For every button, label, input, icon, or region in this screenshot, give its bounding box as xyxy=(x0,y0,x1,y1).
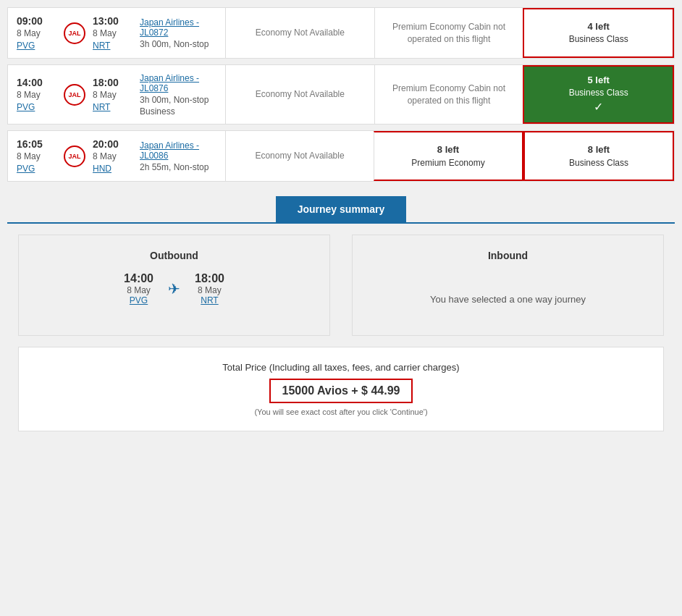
flight-name-2[interactable]: Japan Airlines - JL0876 xyxy=(140,73,216,93)
flight-row-content-1: 09:00 8 May PVG JAL 13:00 8 May NRT Japa… xyxy=(7,7,675,59)
flight-details-3: Japan Airlines - JL0086 2h 55m, Non-stop xyxy=(140,140,216,172)
cabin-label-1: Business Class xyxy=(569,33,628,46)
flight-row-1: 09:00 8 May PVG JAL 13:00 8 May NRT Japa… xyxy=(7,7,675,59)
arrive-time-1: 13:00 xyxy=(93,15,132,27)
cabin-premium-1: Premium Economy Cabin not operated on th… xyxy=(374,8,523,58)
seats-left-2: 5 left xyxy=(569,74,628,87)
outbound-depart-airport[interactable]: PVG xyxy=(124,295,153,305)
cabin-premium-2: Premium Economy Cabin not operated on th… xyxy=(374,65,523,124)
arrive-time-3: 20:00 xyxy=(93,138,132,150)
flight-details-2: Japan Airlines - JL0876 3h 00m, Non-stop… xyxy=(140,73,216,117)
inbound-panel: Inbound You have selected a one way jour… xyxy=(352,235,664,336)
price-value: 15000 Avios + $ 44.99 xyxy=(269,379,413,403)
price-label: Total Price (Including all taxes, fees, … xyxy=(33,362,649,373)
summary-panels: Outbound 14:00 8 May PVG ✈ 18:00 8 May N… xyxy=(7,224,675,347)
flight-info-2: 14:00 8 May PVG JAL 18:00 8 May NRT Japa… xyxy=(8,65,225,124)
cabin-label-3: Business Class xyxy=(569,157,628,169)
flight-row-content-3: 16:05 8 May PVG JAL 20:00 8 May HND Japa… xyxy=(7,130,675,182)
cabin-label-2: Business Class xyxy=(569,87,628,99)
flight-row-content-2: 14:00 8 May PVG JAL 18:00 8 May NRT Japa… xyxy=(7,64,675,125)
flight-times-arrive-2: 18:00 8 May NRT xyxy=(93,77,132,112)
cabin-business-2[interactable]: 5 left Business Class ✓ xyxy=(523,65,674,124)
airline-logo-3: JAL xyxy=(64,145,85,168)
flight-times-arrive-3: 20:00 8 May HND xyxy=(93,138,132,174)
flight-row-2: 14:00 8 May PVG JAL 18:00 8 May NRT Japa… xyxy=(7,64,675,125)
flight-row-3: 16:05 8 May PVG JAL 20:00 8 May HND Japa… xyxy=(7,130,675,182)
depart-airport-1[interactable]: PVG xyxy=(17,40,56,51)
depart-time-3: 16:05 xyxy=(17,138,56,150)
cabin-business-3[interactable]: 8 left Business Class xyxy=(523,131,674,181)
outbound-arrive-date: 8 May xyxy=(195,285,224,295)
price-note: (You will see exact cost after you click… xyxy=(33,408,649,416)
outbound-title: Outbound xyxy=(33,250,315,261)
outbound-depart-time: 14:00 xyxy=(124,272,153,285)
outbound-arrive-airport[interactable]: NRT xyxy=(195,295,224,305)
cabin-economy-3: Economy Not Available xyxy=(225,131,374,181)
cabin-options-2: Economy Not Available Premium Economy Ca… xyxy=(225,65,674,124)
selected-check-2: ✓ xyxy=(569,99,628,115)
flight-times-depart-1: 09:00 8 May PVG xyxy=(17,15,56,51)
seats-left-3: 8 left xyxy=(569,143,628,156)
depart-date-2: 8 May xyxy=(17,90,56,100)
arrive-date-3: 8 May xyxy=(93,151,132,161)
flight-times-arrive-1: 13:00 8 May NRT xyxy=(93,15,132,51)
jal-icon-3: JAL xyxy=(64,145,85,167)
depart-airport-2[interactable]: PVG xyxy=(17,101,56,112)
journey-summary-button[interactable]: Journey summary xyxy=(276,196,407,222)
outbound-depart: 14:00 8 May PVG xyxy=(124,272,153,305)
outbound-route: 14:00 8 May PVG ✈ 18:00 8 May NRT xyxy=(33,272,315,305)
price-section: Total Price (Including all taxes, fees, … xyxy=(18,347,664,431)
flight-duration-3: 2h 55m, Non-stop xyxy=(140,162,216,172)
depart-date-3: 8 May xyxy=(17,151,56,161)
flight-name-3[interactable]: Japan Airlines - JL0086 xyxy=(140,140,216,161)
journey-summary-section: Journey summary Outbound 14:00 8 May PVG… xyxy=(7,196,675,431)
journey-summary-tab: Journey summary xyxy=(7,196,675,222)
depart-time-1: 09:00 xyxy=(17,15,56,27)
flight-info-1: 09:00 8 May PVG JAL 13:00 8 May NRT Japa… xyxy=(8,8,225,58)
cabin-label-premium-3: Premium Economy xyxy=(411,157,484,169)
airline-logo-1: JAL xyxy=(64,22,85,45)
seats-left-1: 4 left xyxy=(569,20,628,33)
cabin-premium-3[interactable]: 8 left Premium Economy xyxy=(374,131,523,181)
seats-left-premium-3: 8 left xyxy=(411,143,484,156)
flight-times-depart-2: 14:00 8 May PVG xyxy=(17,77,56,112)
arrive-time-2: 18:00 xyxy=(93,77,132,88)
flight-info-3: 16:05 8 May PVG JAL 20:00 8 May HND Japa… xyxy=(8,131,225,181)
plane-icon: ✈ xyxy=(168,280,180,298)
cabin-business-1[interactable]: 4 left Business Class xyxy=(523,8,674,58)
arrive-date-2: 8 May xyxy=(93,90,132,100)
flight-duration-2: 3h 00m, Non-stop xyxy=(140,95,216,105)
outbound-arrive-time: 18:00 xyxy=(195,272,224,285)
cabin-options-1: Economy Not Available Premium Economy Ca… xyxy=(225,8,674,58)
arrive-airport-3[interactable]: HND xyxy=(93,163,132,174)
depart-airport-3[interactable]: PVG xyxy=(17,163,56,174)
arrive-airport-1[interactable]: NRT xyxy=(93,40,132,51)
arrive-date-1: 8 May xyxy=(93,28,132,38)
cabin-economy-2: Economy Not Available xyxy=(225,65,374,124)
flight-details-1: Japan Airlines - JL0872 3h 00m, Non-stop xyxy=(140,17,216,49)
jal-icon-1: JAL xyxy=(64,22,85,44)
cabin-economy-1: Economy Not Available xyxy=(225,8,374,58)
flight-name-1[interactable]: Japan Airlines - JL0872 xyxy=(140,17,216,38)
inbound-message: You have selected a one way journey xyxy=(367,272,649,305)
outbound-depart-date: 8 May xyxy=(124,285,153,295)
depart-time-2: 14:00 xyxy=(17,77,56,88)
outbound-arrive: 18:00 8 May NRT xyxy=(195,272,224,305)
flight-cabin-extra-2: Business xyxy=(140,106,216,117)
inbound-title: Inbound xyxy=(367,250,649,261)
depart-date-1: 8 May xyxy=(17,28,56,38)
outbound-panel: Outbound 14:00 8 May PVG ✈ 18:00 8 May N… xyxy=(18,235,330,336)
flight-duration-1: 3h 00m, Non-stop xyxy=(140,39,216,49)
arrive-airport-2[interactable]: NRT xyxy=(93,101,132,112)
main-container: 09:00 8 May PVG JAL 13:00 8 May NRT Japa… xyxy=(0,0,682,450)
flight-times-depart-3: 16:05 8 May PVG xyxy=(17,138,56,174)
jal-icon-2: JAL xyxy=(64,84,85,106)
airline-logo-2: JAL xyxy=(64,83,85,106)
cabin-options-3: Economy Not Available 8 left Premium Eco… xyxy=(225,131,674,181)
